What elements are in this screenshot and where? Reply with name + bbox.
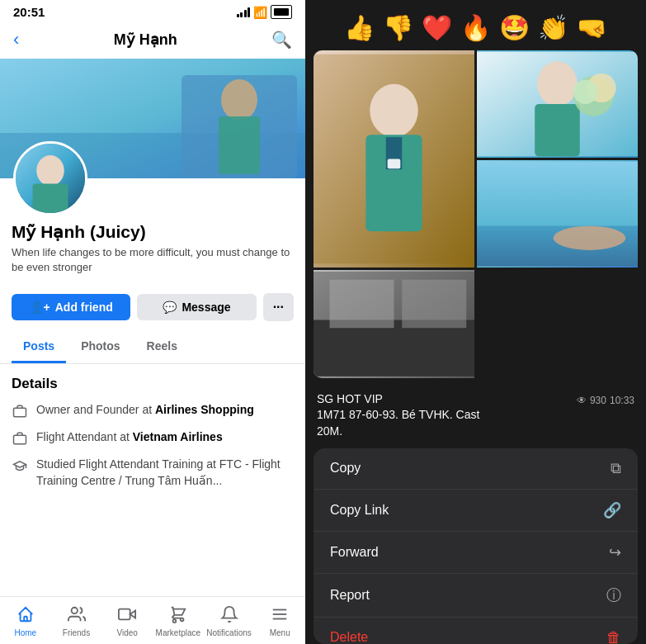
search-icon[interactable]: 🔍 xyxy=(271,30,292,50)
view-count: 930 xyxy=(590,395,606,406)
svg-rect-23 xyxy=(535,104,580,156)
svg-point-22 xyxy=(537,61,578,107)
svg-rect-20 xyxy=(388,159,401,169)
context-menu: Copy ⧉ Copy Link 🔗 Forward ↪ Report ⓘ De… xyxy=(314,448,638,644)
bottom-nav-home[interactable]: Home xyxy=(0,602,51,641)
details-title: Details xyxy=(12,376,294,392)
bottom-nav-friends[interactable]: Friends xyxy=(51,602,102,641)
message-title: SG HOT VIP xyxy=(317,391,479,408)
work-icon-2 xyxy=(12,430,28,447)
more-button[interactable]: ··· xyxy=(263,293,294,321)
status-time: 20:51 xyxy=(13,5,45,19)
svg-rect-28 xyxy=(314,320,474,376)
copy-link-label: Copy Link xyxy=(330,503,389,518)
menu-item-copy-link[interactable]: Copy Link 🔗 xyxy=(314,490,638,532)
photo-cell-1[interactable] xyxy=(314,50,474,268)
profile-name: Mỹ Hạnh (Juicy) xyxy=(12,222,294,242)
work-icon-1 xyxy=(12,403,28,419)
video-icon xyxy=(118,605,136,627)
forward-label: Forward xyxy=(330,545,379,560)
education-icon xyxy=(12,457,28,474)
top-nav: ‹ Mỹ Hạnh 🔍 xyxy=(0,22,305,59)
menu-item-delete[interactable]: Delete 🗑 xyxy=(314,618,638,644)
svg-rect-7 xyxy=(33,184,68,213)
detail-text-2: Flight Attendant at Vietnam Airlines xyxy=(36,429,223,446)
detail-work-1: Owner and Founder at Airlines Shopping xyxy=(12,402,294,419)
svg-rect-12 xyxy=(119,609,130,620)
wifi-icon: 📶 xyxy=(253,6,267,19)
svg-rect-8 xyxy=(14,409,26,418)
friends-icon xyxy=(68,605,86,627)
back-button[interactable]: ‹ xyxy=(13,29,19,50)
bottom-nav-notifications[interactable]: Notifications xyxy=(204,602,255,641)
detail-text-1: Owner and Founder at Airlines Shopping xyxy=(36,402,254,419)
copy-icon: ⧉ xyxy=(611,460,621,477)
avatar xyxy=(13,141,87,215)
photo-cell-2[interactable] xyxy=(477,50,638,158)
emoji-thumbsup[interactable]: 👍 xyxy=(344,13,375,42)
menu-icon xyxy=(271,605,289,627)
right-panel: 👍 👎 ❤️ 🔥 🤩 👏 🤜 xyxy=(305,0,646,644)
detail-work-2: Flight Attendant at Vietnam Airlines xyxy=(12,429,294,447)
detail-education: Studied Flight Attendant Training at FTC… xyxy=(12,457,294,489)
emoji-starstruck[interactable]: 🤩 xyxy=(499,13,530,42)
report-icon: ⓘ xyxy=(606,585,621,605)
message-body: 1M71 87-60-93. Bé TVHK. Cast 20M. xyxy=(317,407,479,439)
add-friend-button[interactable]: 👤+ Add friend xyxy=(12,294,130,320)
bottom-nav-marketplace[interactable]: Marketplace xyxy=(153,602,204,641)
messenger-icon: 💬 xyxy=(163,301,177,314)
emoji-fire[interactable]: 🔥 xyxy=(460,13,491,42)
menu-item-report[interactable]: Report ⓘ xyxy=(314,574,638,618)
page-title: Mỹ Hạnh xyxy=(114,31,177,49)
photo-grid-container xyxy=(305,50,646,386)
add-friend-icon: 👤+ xyxy=(30,301,50,314)
status-bar: 20:51 📶 xyxy=(0,0,305,22)
tab-reels[interactable]: Reels xyxy=(135,331,189,363)
emoji-clap[interactable]: 👏 xyxy=(538,13,568,42)
tab-photos[interactable]: Photos xyxy=(69,331,131,363)
bottom-nav-video[interactable]: Video xyxy=(101,602,153,641)
svg-point-6 xyxy=(36,155,64,186)
photo-grid xyxy=(314,50,638,378)
svg-marker-11 xyxy=(130,610,135,618)
details-section: Details Owner and Founder at Airlines Sh… xyxy=(0,364,305,505)
copy-link-icon: 🔗 xyxy=(603,501,621,519)
marketplace-icon xyxy=(169,605,187,627)
menu-label: Menu xyxy=(270,628,290,637)
profile-info: Mỹ Hạnh (Juicy) When life changes to be … xyxy=(0,222,305,293)
tab-posts[interactable]: Posts xyxy=(12,331,66,363)
copy-label: Copy xyxy=(330,461,361,476)
svg-rect-30 xyxy=(402,280,466,329)
photo-cell-3[interactable] xyxy=(314,270,474,378)
emoji-thumbsdown[interactable]: 👎 xyxy=(383,13,413,42)
svg-rect-9 xyxy=(14,436,26,445)
notifications-icon xyxy=(220,605,238,627)
home-label: Home xyxy=(14,628,36,637)
svg-point-10 xyxy=(71,608,77,613)
svg-rect-29 xyxy=(330,280,394,329)
action-buttons: 👤+ Add friend 💬 Message ··· xyxy=(0,293,305,331)
status-icons: 📶 xyxy=(237,5,293,19)
photo-cell-4[interactable] xyxy=(477,160,638,268)
avatar-wrapper xyxy=(0,141,305,215)
svg-point-33 xyxy=(554,226,626,250)
friends-label: Friends xyxy=(63,628,90,637)
emoji-heart[interactable]: ❤️ xyxy=(422,13,452,42)
message-time: 10:33 xyxy=(610,395,634,406)
detail-text-3: Studied Flight Attendant Training at FTC… xyxy=(36,457,294,489)
battery-icon xyxy=(271,5,292,19)
bottom-nav-menu[interactable]: Menu xyxy=(254,602,305,641)
menu-item-forward[interactable]: Forward ↪ xyxy=(314,532,638,574)
eye-icon: 👁 xyxy=(577,395,587,406)
emoji-fist[interactable]: 🤜 xyxy=(577,13,607,42)
svg-point-3 xyxy=(221,79,257,121)
menu-item-copy[interactable]: Copy ⧉ xyxy=(314,448,638,490)
bottom-nav: Home Friends Video Marketplace Notificat… xyxy=(0,596,305,644)
emoji-bar: 👍 👎 ❤️ 🔥 🤩 👏 🤜 xyxy=(305,0,646,50)
delete-icon: 🗑 xyxy=(606,629,621,644)
delete-label: Delete xyxy=(330,630,368,644)
marketplace-label: Marketplace xyxy=(156,628,200,637)
message-button[interactable]: 💬 Message xyxy=(137,294,256,320)
svg-point-26 xyxy=(573,80,597,104)
forward-icon: ↪ xyxy=(609,543,621,561)
